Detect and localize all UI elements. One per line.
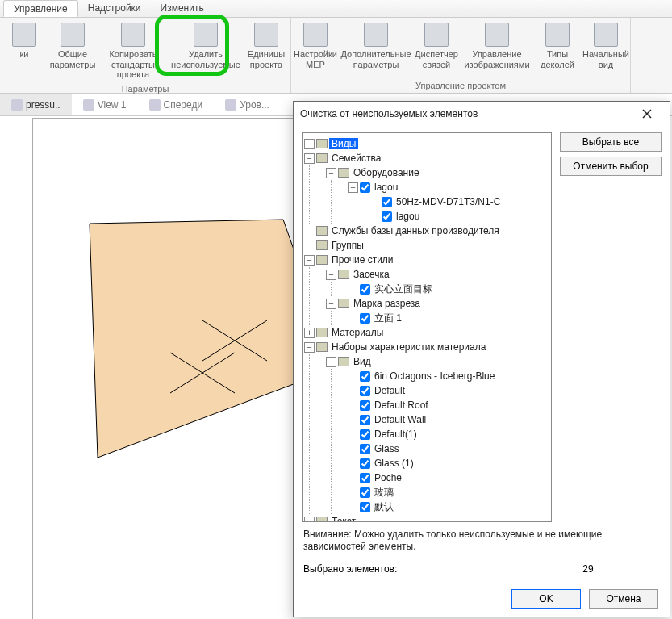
tree-label[interactable]: 6in Octagons - Iceberg-Blue bbox=[372, 370, 497, 382]
tree-label[interactable]: Default bbox=[372, 385, 407, 396]
tree-label[interactable]: 立面 1 bbox=[372, 312, 404, 325]
ribbon-button-1-5[interactable]: Начальныйвид bbox=[582, 19, 630, 80]
ribbon-button-0-1[interactable]: Общиепараметры bbox=[48, 19, 97, 83]
tree-label[interactable]: lagou bbox=[372, 182, 400, 193]
tree-label[interactable]: Материалы bbox=[329, 327, 386, 338]
tree-label[interactable]: 实心立面目标 bbox=[372, 282, 435, 296]
tree-label[interactable]: Glass (1) bbox=[372, 458, 416, 469]
tree-row[interactable]: Группы bbox=[304, 238, 549, 253]
tree-label[interactable]: Default Roof bbox=[372, 399, 431, 411]
expand-icon[interactable]: + bbox=[304, 328, 315, 338]
view-tab-2[interactable]: Спереди bbox=[138, 94, 215, 115]
ok-button[interactable]: OK bbox=[511, 589, 581, 609]
tree-row[interactable]: −Текст bbox=[304, 514, 549, 522]
tree-label[interactable]: Glass bbox=[372, 443, 402, 454]
ribbon-tab-2[interactable]: Изменить bbox=[151, 0, 214, 17]
tree-row[interactable]: −Семейства bbox=[304, 151, 549, 165]
ribbon-button-1-4[interactable]: Типыдеколей bbox=[533, 19, 582, 80]
tree-label[interactable]: Виды bbox=[329, 138, 358, 149]
tree-label[interactable]: Оборудование bbox=[351, 167, 422, 178]
tree-row[interactable]: −Марка разреза bbox=[326, 296, 549, 311]
tree-checkbox[interactable] bbox=[360, 284, 370, 295]
tree-label[interactable]: Группы bbox=[329, 240, 366, 251]
tree-checkbox[interactable] bbox=[360, 415, 370, 425]
tree-row[interactable]: Glass bbox=[348, 441, 549, 456]
tree-label[interactable]: Службы базы данных производителя bbox=[329, 225, 502, 236]
close-button[interactable] bbox=[631, 102, 663, 125]
collapse-icon[interactable]: − bbox=[304, 517, 315, 522]
collapse-icon[interactable]: − bbox=[326, 270, 336, 280]
tree-checkbox[interactable] bbox=[382, 197, 392, 207]
tree-checkbox[interactable] bbox=[360, 502, 370, 512]
ribbon-button-1-0[interactable]: НастройкиMEP bbox=[291, 19, 340, 80]
tree-row[interactable]: 实心立面目标 bbox=[348, 282, 549, 296]
ribbon-tab-0[interactable]: Управление bbox=[3, 0, 78, 17]
tree-label[interactable]: Наборы характеристик материала bbox=[329, 341, 488, 353]
tree-checkbox[interactable] bbox=[360, 473, 370, 483]
tree-label[interactable]: 默认 bbox=[372, 500, 396, 514]
collapse-icon[interactable]: − bbox=[326, 357, 336, 367]
tree-row[interactable]: −Засечка bbox=[326, 267, 549, 282]
tree-row[interactable]: Default Wall bbox=[348, 412, 549, 427]
tree-row[interactable]: Default Roof bbox=[348, 398, 549, 412]
ribbon-button-1-1[interactable]: Дополнительныепараметры bbox=[340, 19, 412, 80]
tree-checkbox[interactable] bbox=[360, 386, 370, 396]
ribbon-button-1-3[interactable]: Управлениеизображениями bbox=[461, 19, 533, 80]
tree-label[interactable]: Default(1) bbox=[372, 429, 419, 440]
tree-row[interactable]: −Прочие стили bbox=[304, 253, 549, 267]
tree-row[interactable]: −Наборы характеристик материала bbox=[304, 340, 549, 354]
tree-view[interactable]: −Виды−Семейства−Оборудование−lagou50Hz-M… bbox=[302, 132, 552, 522]
tree-row[interactable]: −Оборудование bbox=[326, 165, 549, 180]
tree-label[interactable]: 玻璃 bbox=[372, 486, 396, 500]
tree-checkbox[interactable] bbox=[360, 182, 370, 193]
collapse-icon[interactable]: − bbox=[326, 168, 336, 178]
cancel-button[interactable]: Отмена bbox=[589, 589, 658, 609]
ribbon-tab-1[interactable]: Надстройки bbox=[78, 0, 151, 17]
tree-label[interactable]: Прочие стили bbox=[329, 254, 396, 266]
tree-label[interactable]: Default Wall bbox=[372, 414, 428, 425]
tree-label[interactable]: 50Hz-MDV-D71T3/N1-C bbox=[394, 196, 503, 207]
tree-row[interactable]: 立面 1 bbox=[348, 311, 549, 325]
tree-label[interactable]: lagou bbox=[394, 211, 422, 222]
tree-checkbox[interactable] bbox=[360, 487, 370, 498]
collapse-icon[interactable]: − bbox=[326, 299, 336, 309]
tree-checkbox[interactable] bbox=[360, 371, 370, 382]
ribbon-button-1-2[interactable]: Диспетчерсвязей bbox=[412, 19, 461, 80]
tree-row[interactable]: Glass (1) bbox=[348, 456, 549, 471]
tree-row[interactable]: +Материалы bbox=[304, 325, 549, 340]
tree-label[interactable]: Poche bbox=[372, 472, 404, 483]
tree-label[interactable]: Засечка bbox=[351, 269, 392, 280]
collapse-icon[interactable]: − bbox=[304, 139, 315, 149]
tree-label[interactable]: Текст bbox=[329, 516, 358, 522]
ribbon-button-0-4[interactable]: Единицыпроекта bbox=[242, 19, 290, 83]
tree-row[interactable]: 50Hz-MDV-D71T3/N1-C bbox=[369, 194, 549, 209]
tree-label[interactable]: Марка разреза bbox=[351, 298, 423, 309]
deselect-all-button[interactable]: Отменить выбор bbox=[560, 157, 662, 176]
tree-row[interactable]: −Виды bbox=[304, 136, 549, 151]
view-tab-3[interactable]: Уров... bbox=[214, 94, 281, 115]
view-tab-1[interactable]: View 1 bbox=[72, 94, 138, 115]
tree-label[interactable]: Вид bbox=[351, 356, 374, 367]
tree-row[interactable]: −lagou bbox=[348, 180, 549, 194]
view-tab-0[interactable]: pressu.. bbox=[0, 94, 72, 115]
tree-row[interactable]: −Вид bbox=[326, 354, 549, 369]
tree-checkbox[interactable] bbox=[360, 400, 370, 411]
collapse-icon[interactable]: − bbox=[304, 255, 315, 266]
collapse-icon[interactable]: − bbox=[348, 182, 358, 193]
tree-label[interactable]: Семейства bbox=[329, 153, 383, 164]
tree-row[interactable]: Poche bbox=[348, 471, 549, 485]
tree-checkbox[interactable] bbox=[382, 211, 392, 222]
ribbon-button-0-3[interactable]: Удалитьнеиспользуемые bbox=[169, 19, 242, 83]
tree-row[interactable]: 玻璃 bbox=[348, 485, 549, 500]
tree-row[interactable]: Службы базы данных производителя bbox=[304, 224, 549, 238]
select-all-button[interactable]: Выбрать все bbox=[560, 132, 662, 152]
tree-row[interactable]: lagou bbox=[369, 209, 549, 224]
tree-row[interactable]: Default(1) bbox=[348, 427, 549, 441]
tree-checkbox[interactable] bbox=[360, 313, 370, 324]
tree-checkbox[interactable] bbox=[360, 444, 370, 454]
tree-checkbox[interactable] bbox=[360, 458, 370, 469]
collapse-icon[interactable]: − bbox=[304, 342, 315, 353]
tree-checkbox[interactable] bbox=[360, 429, 370, 440]
tree-row[interactable]: 6in Octagons - Iceberg-Blue bbox=[348, 369, 549, 383]
ribbon-button-0-2[interactable]: Копироватьстандарты проекта bbox=[97, 19, 169, 83]
